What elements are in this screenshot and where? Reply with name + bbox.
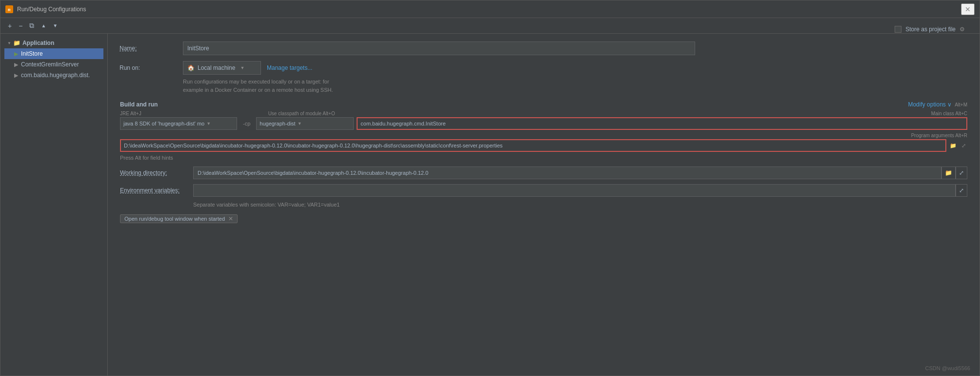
row-hints: JRE Alt+J Use classpath of module Alt+O … [120,111,967,116]
open-tool-window-badge[interactable]: Open run/debug tool window when started … [120,214,238,223]
working-dir-expand-button[interactable]: ⤢ [956,167,967,179]
prog-args-hint: Program arguments Alt+R [120,133,967,138]
settings-icon[interactable]: ⚙ [960,26,965,33]
env-vars-input[interactable] [193,184,956,197]
run-icon-2: ▶ [14,62,18,68]
info-line1: Run configurations may be executed local… [183,78,968,86]
store-project-label: Store as project file [905,26,956,33]
build-run-row: java 8 SDK of 'hugegraph-dist' mo ▼ -cp … [120,117,967,130]
info-line2: example in a Docker Container or on a re… [183,86,968,94]
program-args-input[interactable] [120,139,946,152]
move-up-button[interactable]: ▲ [39,21,48,30]
sidebar: ▼ 📁 Application ▶ InitStore ▶ ContextGre… [0,34,108,376]
build-run-header: Build and run Modify options ∨ Alt+M [120,101,967,108]
press-alt-hint: Press Alt for field hints [120,155,967,161]
modify-options-link[interactable]: Modify options ∨ [908,101,952,108]
main-panel: Name: Run on: 🏠 Local machine ▼ Manage t… [108,34,980,376]
jre-hint: JRE Alt+J [120,111,141,116]
env-vars-expand-button[interactable]: ⤢ [956,184,967,197]
house-icon: 🏠 [187,64,195,71]
sidebar-item-contextgremlin[interactable]: ▶ ContextGremlinServer [4,59,103,70]
env-vars-label: Environment variables: [120,187,193,194]
dialog-title: Run/Debug Configurations [17,6,86,13]
cp-dropdown-arrow: ▼ [298,121,302,126]
copy-config-button[interactable]: ⧉ [27,20,37,31]
svg-text:R: R [8,7,11,12]
program-args-row: 📁 ⤢ [120,139,967,152]
badge-label: Open run/debug tool window when started [124,216,225,222]
move-down-button[interactable]: ▼ [50,21,60,30]
app-icon: R [5,5,13,13]
info-text: Run configurations may be executed local… [183,78,968,94]
sidebar-section: ▼ 📁 Application ▶ InitStore ▶ ContextGre… [0,36,107,83]
sidebar-item-combaidu[interactable]: ▶ com.baidu.hugegraph.dist. [4,70,103,81]
main-class-hint-top: Main class Alt+C [931,111,967,116]
title-bar: R Run/Debug Configurations ✕ [0,0,980,18]
run-icon-3: ▶ [14,72,18,79]
name-row: Name: [120,42,968,55]
modify-alt-hint: Alt+M [955,102,967,107]
dropdown-arrow-icon: ▼ [240,65,244,70]
working-dir-input[interactable] [193,167,941,179]
badge-close-icon[interactable]: ✕ [228,215,233,222]
name-input[interactable] [183,42,695,55]
working-dir-browse-button[interactable]: 📁 [941,167,956,179]
cp-flag-label: -cp [240,119,253,128]
store-project-row: Store as project file ⚙ [895,26,965,33]
run-on-label: Run on: [120,64,183,71]
csdn-watermark: CSDN @wudi5566 [925,365,971,371]
local-machine-text: Local machine [198,64,235,71]
store-project-checkbox[interactable] [895,26,901,33]
folder-browse-button[interactable]: 📁 [948,142,958,149]
build-run-label: Build and run [120,101,158,108]
env-vars-row: Environment variables: ⤢ [120,184,967,197]
expand-button[interactable]: ⤢ [960,142,967,149]
sidebar-group-application[interactable]: ▼ 📁 Application [4,38,103,48]
classpath-hint: Use classpath of module Alt+O [268,111,335,116]
sdk-dropdown[interactable]: java 8 SDK of 'hugegraph-dist' mo ▼ [120,117,237,130]
content-area: ▼ 📁 Application ▶ InitStore ▶ ContextGre… [0,34,980,376]
working-dir-label: Working directory: [120,169,193,176]
remove-config-button[interactable]: − [16,21,25,31]
build-run-section: Build and run Modify options ∨ Alt+M JRE… [120,101,968,224]
sdk-dropdown-arrow: ▼ [206,121,211,126]
sidebar-item-label-2: ContextGremlinServer [21,61,79,68]
manage-targets-link[interactable]: Manage targets... [267,64,312,71]
run-on-row: Run on: 🏠 Local machine ▼ Manage targets… [120,61,968,75]
run-icon: ▶ [14,51,18,57]
sidebar-item-label-3: com.baidu.hugegraph.dist. [21,72,90,79]
sdk-value: java 8 SDK of 'hugegraph-dist' mo [123,121,204,126]
expand-icon: ▼ [7,41,11,45]
local-machine-dropdown[interactable]: 🏠 Local machine ▼ [183,61,261,75]
toolbar: + − ⧉ ▲ ▼ [0,18,980,34]
cp-value: hugegraph-dist [260,121,295,126]
env-vars-hint: Separate variables with semicolon: VAR=v… [193,202,967,208]
folder-icon: 📁 [13,40,20,46]
main-class-input[interactable] [357,117,967,130]
sidebar-item-initstore[interactable]: ▶ InitStore [4,48,103,59]
working-dir-row: Working directory: 📁 ⤢ [120,167,967,179]
name-label: Name: [120,45,183,52]
add-config-button[interactable]: + [5,21,14,31]
group-label: Application [22,40,54,46]
close-button[interactable]: ✕ [961,3,975,15]
cp-dropdown[interactable]: hugegraph-dist ▼ [256,117,354,130]
sidebar-item-label: InitStore [21,50,43,57]
open-tool-window-row: Open run/debug tool window when started … [120,214,967,223]
